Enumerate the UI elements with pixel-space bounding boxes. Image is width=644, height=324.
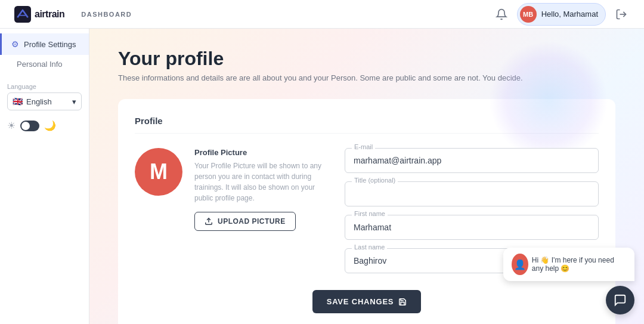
page-title: Your profile bbox=[118, 48, 615, 70]
settings-icon: ⚙ bbox=[11, 39, 19, 49]
bell-icon bbox=[496, 8, 507, 20]
language-label: Language bbox=[7, 83, 82, 90]
first-name-field-group: First name bbox=[345, 215, 599, 240]
language-select[interactable]: 🇬🇧 English ▾ bbox=[7, 92, 82, 110]
chat-icon bbox=[614, 294, 627, 307]
sidebar-item-profile-settings[interactable]: ⚙ Profile Settings bbox=[0, 33, 89, 55]
email-label: E-mail bbox=[352, 143, 375, 150]
profile-picture-desc: Your Profile Picture will be shown to an… bbox=[194, 161, 326, 203]
notification-button[interactable] bbox=[493, 6, 510, 23]
navbar-right: MB Hello, Marhamat bbox=[493, 3, 630, 26]
user-greeting: Hello, Marhamat bbox=[541, 10, 598, 18]
theme-section: ☀ 🌙 bbox=[0, 115, 89, 136]
theme-toggle[interactable] bbox=[20, 121, 39, 131]
sun-icon[interactable]: ☀ bbox=[7, 120, 16, 131]
avatar-section: M Profile Picture Your Profile Picture w… bbox=[135, 148, 326, 273]
avatar: MB bbox=[520, 6, 537, 23]
last-name-label: Last name bbox=[352, 243, 387, 251]
chat-text: Hi 👋 I'm here if you need any help 😊 bbox=[532, 256, 626, 273]
title-input[interactable] bbox=[345, 181, 599, 206]
title-field-group: Title (optional) bbox=[345, 181, 599, 206]
chat-widget: 👤 Hi 👋 I'm here if you need any help 😊 bbox=[503, 248, 634, 314]
save-changes-button[interactable]: SAVE CHANGES bbox=[312, 290, 422, 313]
language-value: English bbox=[26, 97, 52, 106]
chat-toggle-button[interactable] bbox=[606, 286, 634, 314]
email-field-group: E-mail bbox=[345, 148, 599, 173]
first-name-label: First name bbox=[352, 210, 388, 217]
language-section: Language 🇬🇧 English ▾ bbox=[0, 73, 89, 115]
save-icon bbox=[398, 298, 407, 306]
logout-icon bbox=[615, 8, 627, 20]
chat-avatar: 👤 bbox=[512, 254, 528, 275]
nav-title: DASHBOARD bbox=[81, 11, 132, 18]
language-left: 🇬🇧 English bbox=[13, 97, 52, 106]
flag-icon: 🇬🇧 bbox=[13, 97, 23, 106]
sidebar-item-label: Profile Settings bbox=[24, 40, 76, 49]
avatar-info: Profile Picture Your Profile Picture wil… bbox=[194, 148, 326, 231]
toggle-knob bbox=[21, 122, 30, 130]
section-title: Profile bbox=[135, 116, 599, 134]
title-label: Title (optional) bbox=[352, 177, 398, 184]
logo: airtrain bbox=[14, 6, 64, 23]
avatar: M bbox=[135, 148, 182, 196]
logout-button[interactable] bbox=[613, 6, 630, 23]
moon-icon[interactable]: 🌙 bbox=[44, 120, 56, 131]
sidebar-item-personal-info[interactable]: Personal Info bbox=[0, 55, 89, 73]
sidebar: ⚙ Profile Settings Personal Info Languag… bbox=[0, 29, 89, 324]
upload-icon bbox=[205, 217, 213, 226]
first-name-input[interactable] bbox=[345, 215, 599, 240]
logo-text: airtrain bbox=[35, 9, 64, 20]
chat-bubble: 👤 Hi 👋 I'm here if you need any help 😊 bbox=[503, 248, 634, 281]
email-input[interactable] bbox=[345, 148, 599, 173]
svg-rect-0 bbox=[14, 6, 31, 23]
navbar-left: airtrain DASHBOARD bbox=[14, 6, 132, 23]
upload-picture-button[interactable]: UPLOAD PICTURE bbox=[194, 212, 296, 231]
profile-picture-title: Profile Picture bbox=[194, 148, 326, 157]
user-badge[interactable]: MB Hello, Marhamat bbox=[517, 3, 606, 26]
chevron-down-icon: ▾ bbox=[72, 97, 76, 106]
page-subtitle: These informations and details are are a… bbox=[118, 73, 615, 82]
navbar: airtrain DASHBOARD MB Hello, Marhamat bbox=[0, 0, 644, 29]
logo-icon bbox=[14, 6, 31, 23]
